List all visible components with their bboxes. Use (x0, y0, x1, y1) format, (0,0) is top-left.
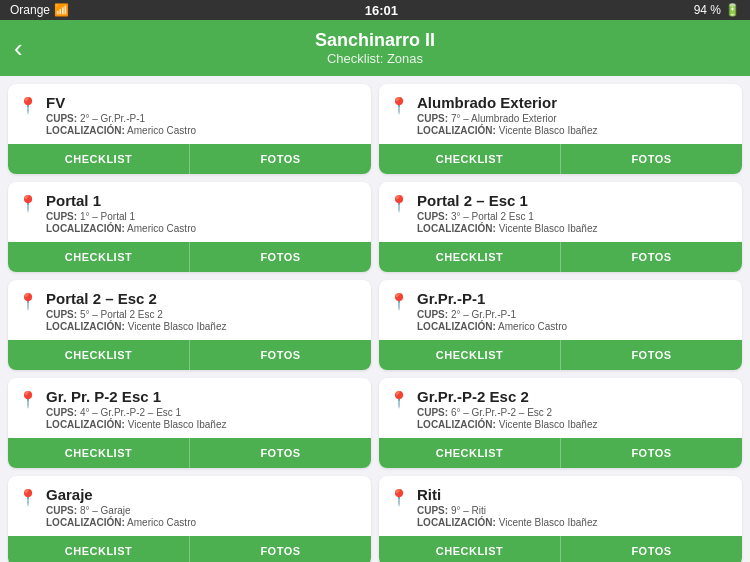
zone-card: 📍 Alumbrado Exterior CUPS: 7° – Alumbrad… (379, 84, 742, 174)
card-info: 📍 Riti CUPS: 9° – Riti LOCALIZACIÓN: Vic… (379, 476, 742, 536)
zone-card: 📍 FV CUPS: 2° – Gr.Pr.-P-1 LOCALIZACIÓN:… (8, 84, 371, 174)
card-buttons: CHECKLIST FOTOS (379, 438, 742, 468)
location-icon: 📍 (389, 488, 409, 507)
card-location: LOCALIZACIÓN: Americo Castro (417, 321, 567, 332)
card-buttons: CHECKLIST FOTOS (379, 144, 742, 174)
cards-grid: 📍 FV CUPS: 2° – Gr.Pr.-P-1 LOCALIZACIÓN:… (0, 76, 750, 562)
location-icon: 📍 (389, 292, 409, 311)
fotos-button[interactable]: FOTOS (561, 242, 742, 272)
fotos-button[interactable]: FOTOS (190, 536, 371, 562)
card-name: Alumbrado Exterior (417, 94, 597, 111)
back-button[interactable]: ‹ (14, 35, 23, 61)
location-icon: 📍 (389, 96, 409, 115)
card-buttons: CHECKLIST FOTOS (379, 242, 742, 272)
card-info: 📍 FV CUPS: 2° – Gr.Pr.-P-1 LOCALIZACIÓN:… (8, 84, 371, 144)
card-info: 📍 Gr.Pr.-P-1 CUPS: 2° – Gr.Pr.-P-1 LOCAL… (379, 280, 742, 340)
card-location: LOCALIZACIÓN: Vicente Blasco Ibañez (417, 419, 597, 430)
checklist-button[interactable]: CHECKLIST (8, 536, 190, 562)
zone-card: 📍 Portal 2 – Esc 2 CUPS: 5° – Portal 2 E… (8, 280, 371, 370)
location-icon: 📍 (18, 488, 38, 507)
zone-card: 📍 Gr.Pr.-P-2 Esc 2 CUPS: 6° – Gr.Pr.-P-2… (379, 378, 742, 468)
fotos-button[interactable]: FOTOS (190, 438, 371, 468)
card-buttons: CHECKLIST FOTOS (8, 536, 371, 562)
card-buttons: CHECKLIST FOTOS (8, 242, 371, 272)
location-icon: 📍 (18, 390, 38, 409)
checklist-button[interactable]: CHECKLIST (8, 340, 190, 370)
wifi-icon: 📶 (54, 3, 69, 17)
carrier-label: Orange (10, 3, 50, 17)
card-cups: CUPS: 6° – Gr.Pr.-P-2 – Esc 2 (417, 407, 597, 418)
location-icon: 📍 (18, 292, 38, 311)
checklist-button[interactable]: CHECKLIST (379, 536, 561, 562)
zone-card: 📍 Garaje CUPS: 8° – Garaje LOCALIZACIÓN:… (8, 476, 371, 562)
card-info: 📍 Alumbrado Exterior CUPS: 7° – Alumbrad… (379, 84, 742, 144)
card-info: 📍 Portal 2 – Esc 1 CUPS: 3° – Portal 2 E… (379, 182, 742, 242)
card-name: FV (46, 94, 196, 111)
card-cups: CUPS: 2° – Gr.Pr.-P-1 (417, 309, 567, 320)
location-icon: 📍 (389, 390, 409, 409)
card-buttons: CHECKLIST FOTOS (8, 340, 371, 370)
checklist-button[interactable]: CHECKLIST (8, 144, 190, 174)
card-location: LOCALIZACIÓN: Vicente Blasco Ibañez (46, 419, 226, 430)
zone-card: 📍 Portal 1 CUPS: 1° – Portal 1 LOCALIZAC… (8, 182, 371, 272)
card-info: 📍 Portal 2 – Esc 2 CUPS: 5° – Portal 2 E… (8, 280, 371, 340)
card-cups: CUPS: 4° – Gr.Pr.-P-2 – Esc 1 (46, 407, 226, 418)
fotos-button[interactable]: FOTOS (561, 536, 742, 562)
card-cups: CUPS: 2° – Gr.Pr.-P-1 (46, 113, 196, 124)
fotos-button[interactable]: FOTOS (190, 144, 371, 174)
fotos-button[interactable]: FOTOS (561, 438, 742, 468)
card-location: LOCALIZACIÓN: Vicente Blasco Ibañez (417, 223, 597, 234)
card-buttons: CHECKLIST FOTOS (379, 340, 742, 370)
zone-card: 📍 Gr. Pr. P-2 Esc 1 CUPS: 4° – Gr.Pr.-P-… (8, 378, 371, 468)
location-icon: 📍 (18, 96, 38, 115)
card-cups: CUPS: 9° – Riti (417, 505, 597, 516)
zone-card: 📍 Gr.Pr.-P-1 CUPS: 2° – Gr.Pr.-P-1 LOCAL… (379, 280, 742, 370)
card-location: LOCALIZACIÓN: Americo Castro (46, 517, 196, 528)
fotos-button[interactable]: FOTOS (190, 242, 371, 272)
card-info: 📍 Garaje CUPS: 8° – Garaje LOCALIZACIÓN:… (8, 476, 371, 536)
card-cups: CUPS: 5° – Portal 2 Esc 2 (46, 309, 226, 320)
checklist-button[interactable]: CHECKLIST (379, 144, 561, 174)
card-cups: CUPS: 8° – Garaje (46, 505, 196, 516)
card-cups: CUPS: 1° – Portal 1 (46, 211, 196, 222)
card-location: LOCALIZACIÓN: Vicente Blasco Ibañez (46, 321, 226, 332)
card-name: Gr. Pr. P-2 Esc 1 (46, 388, 226, 405)
fotos-button[interactable]: FOTOS (190, 340, 371, 370)
checklist-button[interactable]: CHECKLIST (379, 438, 561, 468)
battery-label: 94 % (694, 3, 721, 17)
checklist-button[interactable]: CHECKLIST (8, 438, 190, 468)
card-location: LOCALIZACIÓN: Vicente Blasco Ibañez (417, 517, 597, 528)
page-title: Sanchinarro II (50, 30, 700, 51)
card-name: Portal 2 – Esc 1 (417, 192, 597, 209)
location-icon: 📍 (389, 194, 409, 213)
card-info: 📍 Gr. Pr. P-2 Esc 1 CUPS: 4° – Gr.Pr.-P-… (8, 378, 371, 438)
fotos-button[interactable]: FOTOS (561, 144, 742, 174)
battery-icon: 🔋 (725, 3, 740, 17)
card-location: LOCALIZACIÓN: Americo Castro (46, 125, 196, 136)
card-name: Portal 2 – Esc 2 (46, 290, 226, 307)
card-name: Gr.Pr.-P-2 Esc 2 (417, 388, 597, 405)
card-cups: CUPS: 7° – Alumbrado Exterior (417, 113, 597, 124)
card-name: Portal 1 (46, 192, 196, 209)
fotos-button[interactable]: FOTOS (561, 340, 742, 370)
status-bar-right: 94 % 🔋 (694, 3, 740, 17)
status-bar-left: Orange 📶 (10, 3, 69, 17)
card-cups: CUPS: 3° – Portal 2 Esc 1 (417, 211, 597, 222)
checklist-button[interactable]: CHECKLIST (8, 242, 190, 272)
status-bar: Orange 📶 16:01 94 % 🔋 (0, 0, 750, 20)
card-info: 📍 Gr.Pr.-P-2 Esc 2 CUPS: 6° – Gr.Pr.-P-2… (379, 378, 742, 438)
card-buttons: CHECKLIST FOTOS (379, 536, 742, 562)
zone-card: 📍 Portal 2 – Esc 1 CUPS: 3° – Portal 2 E… (379, 182, 742, 272)
checklist-button[interactable]: CHECKLIST (379, 340, 561, 370)
page-subtitle: Checklist: Zonas (50, 51, 700, 66)
card-name: Garaje (46, 486, 196, 503)
card-buttons: CHECKLIST FOTOS (8, 438, 371, 468)
page-header: ‹ Sanchinarro II Checklist: Zonas (0, 20, 750, 76)
checklist-button[interactable]: CHECKLIST (379, 242, 561, 272)
card-name: Gr.Pr.-P-1 (417, 290, 567, 307)
card-buttons: CHECKLIST FOTOS (8, 144, 371, 174)
location-icon: 📍 (18, 194, 38, 213)
card-info: 📍 Portal 1 CUPS: 1° – Portal 1 LOCALIZAC… (8, 182, 371, 242)
card-location: LOCALIZACIÓN: Vicente Blasco Ibañez (417, 125, 597, 136)
status-bar-time: 16:01 (365, 3, 398, 18)
